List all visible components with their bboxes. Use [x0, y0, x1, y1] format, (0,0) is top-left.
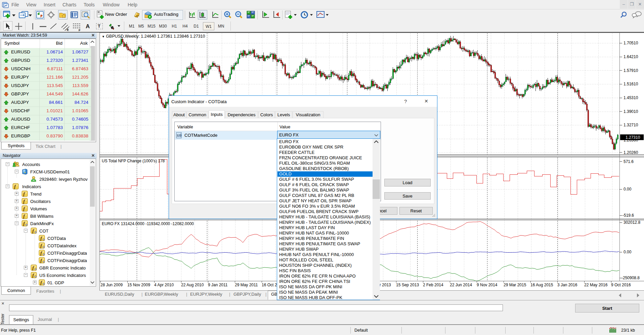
svg-text:E: E — [67, 28, 69, 31]
svg-text:123: 123 — [177, 134, 181, 137]
svg-text:F: F — [79, 29, 81, 31]
